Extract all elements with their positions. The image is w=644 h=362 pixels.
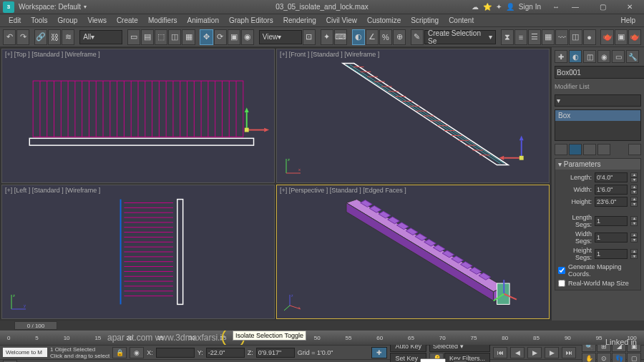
pan-button[interactable]: ✋ — [582, 353, 596, 362]
selection-filter[interactable]: All ▾ — [79, 30, 122, 44]
menu-create[interactable]: Create — [112, 15, 142, 26]
viewport-left[interactable]: [+] [Left ] [Standard ] [Wireframe ] zy — [1, 185, 275, 319]
viewport-perspective-label[interactable]: [+] [Perspective ] [Standard ] [Edged Fa… — [280, 187, 406, 194]
trackbar[interactable]: 0 5 10 15 20 25 30 35 40 45 50 55 60 65 … — [0, 331, 644, 345]
menu-rendering[interactable]: Rendering — [279, 15, 321, 26]
prev-frame-button[interactable]: ◀ — [510, 347, 525, 358]
minimize-button[interactable]: — — [564, 3, 587, 11]
modify-tab[interactable]: ◐ — [569, 50, 582, 63]
maxscript-listener[interactable]: Welcome to M — [3, 348, 47, 357]
time-slider-thumb[interactable]: 0 / 100 — [14, 321, 57, 330]
time-config-button[interactable]: 🕐 — [453, 360, 467, 363]
lock-selection-button[interactable]: 🔒 — [112, 347, 127, 358]
user-icon[interactable]: 👤 — [506, 3, 514, 11]
goto-end-button[interactable]: ⏭ — [562, 347, 576, 358]
select-object-button[interactable]: ▭ — [127, 29, 140, 45]
goto-start-button[interactable]: ⏮ — [493, 347, 507, 358]
signin-link[interactable]: Sign In — [519, 3, 541, 11]
workspace-label[interactable]: Workspace: Default — [19, 3, 81, 11]
lseg-input[interactable] — [595, 216, 628, 226]
unique-button[interactable] — [583, 144, 596, 155]
edit-sel-button[interactable]: ✎ — [411, 29, 424, 45]
material-button[interactable]: ● — [583, 29, 596, 45]
cloud-icon[interactable]: ☁ — [472, 3, 479, 11]
manip-button[interactable]: ✦ — [321, 29, 333, 45]
menu-civilview[interactable]: Civil View — [322, 15, 361, 26]
spinner-down[interactable]: ▾ — [630, 190, 638, 195]
x1-icon[interactable]: ↔ — [552, 3, 560, 11]
viewport-left-label[interactable]: [+] [Left ] [Standard ] [Wireframe ] — [5, 187, 100, 194]
object-name-input[interactable] — [555, 66, 644, 79]
menu-grapheditors[interactable]: Graph Editors — [225, 15, 278, 26]
layer-button[interactable]: ☰ — [528, 29, 541, 45]
spinner-up[interactable]: ▴ — [630, 216, 638, 221]
star-icon[interactable]: ⭐ — [483, 3, 492, 11]
ref-coord[interactable]: View ▾ — [259, 30, 302, 44]
menu-views[interactable]: Views — [83, 15, 111, 26]
frame-input[interactable] — [420, 358, 446, 362]
snap-button[interactable]: ◐ — [352, 29, 365, 45]
unlink-button[interactable]: ⛓ — [48, 29, 61, 45]
isolate-button[interactable]: ◉ — [130, 347, 144, 358]
spinner-down[interactable]: ▾ — [630, 202, 638, 207]
height-input[interactable] — [595, 197, 628, 207]
max-toggle-button[interactable]: ▢ — [627, 353, 641, 362]
viewport-top-label[interactable]: [+] [Top ] [Standard ] [Wireframe ] — [5, 51, 100, 58]
modifier-list-dropdown[interactable]: ▾ — [555, 94, 641, 107]
spinner-down[interactable]: ▾ — [630, 177, 638, 182]
spinner-up[interactable]: ▴ — [630, 197, 638, 202]
placement-button[interactable]: ◉ — [241, 29, 254, 45]
menu-content[interactable]: Content — [444, 15, 478, 26]
display-tab[interactable]: ▭ — [612, 50, 625, 63]
motion-tab[interactable]: ◉ — [597, 50, 610, 63]
spinner-down[interactable]: ▾ — [630, 221, 638, 226]
select-rect-button[interactable]: ⬚ — [155, 29, 167, 45]
create-tab[interactable]: ✚ — [555, 50, 567, 63]
orbit-button[interactable]: ⊙ — [597, 353, 611, 362]
spinner-up[interactable]: ▴ — [630, 233, 638, 238]
viewport-front[interactable]: [+] [Front ] [Standard ] [Wireframe ] zx — [276, 49, 550, 183]
select-name-button[interactable]: ▤ — [141, 29, 154, 45]
z-input[interactable] — [256, 348, 295, 358]
pin-stack-button[interactable] — [555, 144, 567, 155]
angle-snap-button[interactable]: ∠ — [366, 29, 379, 45]
mirror-button[interactable]: ⧗ — [501, 29, 514, 45]
spinner-down[interactable]: ▾ — [630, 238, 638, 243]
maximize-button[interactable]: ▢ — [591, 3, 614, 11]
move-button[interactable]: ✥ — [200, 29, 213, 45]
modifier-stack[interactable]: Box — [555, 109, 641, 141]
menu-scripting[interactable]: Scripting — [406, 15, 443, 26]
menu-edit[interactable]: Edit — [4, 15, 25, 26]
config-button[interactable] — [628, 144, 641, 155]
undo-button[interactable]: ↶ — [3, 29, 16, 45]
spinner-down[interactable]: ▾ — [630, 254, 638, 259]
viewport-front-label[interactable]: [+] [Front ] [Standard ] [Wireframe ] — [280, 51, 379, 58]
redo-button[interactable]: ↷ — [16, 29, 29, 45]
pivot-button[interactable]: ⊡ — [303, 29, 316, 45]
mapping-coords-checkbox[interactable] — [558, 267, 565, 274]
menu-animation[interactable]: Animation — [182, 15, 223, 26]
keyfilters-button[interactable]: Key Filters... — [444, 353, 490, 362]
align-button[interactable]: ≡ — [514, 29, 527, 45]
y-input[interactable] — [206, 348, 245, 358]
viewport-perspective[interactable]: [+] [Perspective ] [Standard ] [Edged Fa… — [276, 185, 550, 319]
realworld-checkbox[interactable] — [558, 280, 565, 287]
keyboard-button[interactable]: ⌨ — [334, 29, 347, 45]
link-button[interactable]: 🔗 — [34, 29, 47, 45]
hierarchy-tab[interactable]: ◫ — [583, 50, 596, 63]
width-input[interactable] — [595, 185, 628, 195]
close-button[interactable]: ✕ — [618, 3, 641, 11]
toggle-button[interactable]: ▦ — [542, 29, 555, 45]
remove-mod-button[interactable] — [597, 144, 610, 155]
walk-button[interactable]: 👣 — [612, 353, 626, 362]
viewport-top[interactable]: [+] [Top ] [Standard ] [Wireframe ] — [1, 49, 275, 183]
render-setup-button[interactable]: 🫖 — [600, 29, 613, 45]
time-slider[interactable]: 0 / 100 — [0, 321, 644, 331]
spinner-up[interactable]: ▴ — [630, 172, 638, 177]
x-input[interactable] — [156, 348, 195, 358]
schematic-button[interactable]: ◫ — [569, 29, 582, 45]
show-end-button[interactable] — [569, 144, 582, 155]
spinner-up[interactable]: ▴ — [630, 185, 638, 190]
select-window-button[interactable]: ◫ — [168, 29, 181, 45]
menu-modifiers[interactable]: Modifiers — [144, 15, 182, 26]
